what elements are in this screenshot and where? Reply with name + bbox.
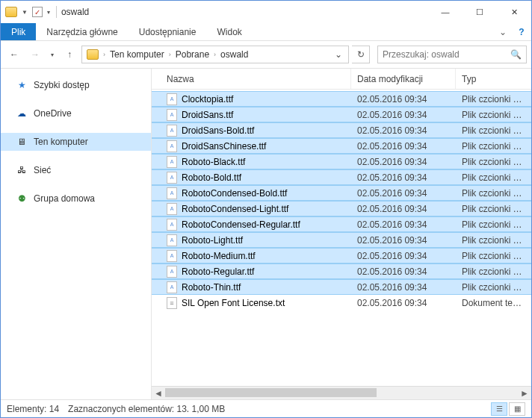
folder-icon[interactable] (5, 7, 17, 17)
status-bar: Elementy: 14 Zaznaczonych elementów: 13.… (1, 399, 531, 417)
tab-home[interactable]: Narzędzia główne (36, 23, 128, 40)
column-headers: Nazwa Data modyfikacji Typ (152, 69, 531, 90)
file-icon: A (167, 187, 177, 199)
file-date: 02.05.2016 09:34 (351, 157, 456, 167)
file-row[interactable]: SIL Open Font License.txt02.05.2016 09:3… (152, 295, 531, 311)
file-row[interactable]: ARobotoCondensed-Regular.ttf02.05.2016 0… (152, 216, 531, 232)
file-type: Plik czcionki True ... (456, 235, 531, 246)
scroll-left-icon[interactable]: ◄ (152, 387, 165, 399)
homegroup-icon: ⚉ (16, 193, 28, 205)
chevron-right-icon[interactable]: › (102, 51, 107, 58)
file-row[interactable]: ARoboto-Light.ttf02.05.2016 09:34Plik cz… (152, 232, 531, 248)
content-pane: Nazwa Data modyfikacji Typ AClocktopia.t… (152, 69, 531, 399)
tab-file[interactable]: Plik (1, 23, 36, 40)
sidebar-item-label: Grupa domowa (34, 193, 95, 204)
file-icon: A (167, 109, 177, 121)
file-date: 02.05.2016 09:34 (351, 94, 456, 104)
file-date: 02.05.2016 09:34 (351, 219, 456, 230)
view-large-button[interactable]: ▦ (509, 402, 525, 416)
file-type: Plik czcionki True ... (456, 219, 531, 230)
maximize-button[interactable]: ☐ (463, 1, 497, 23)
minimize-button[interactable]: — (428, 1, 463, 23)
tab-view[interactable]: Widok (206, 23, 252, 40)
file-row[interactable]: ARoboto-Bold.ttf02.05.2016 09:34Plik czc… (152, 169, 531, 185)
file-name: Roboto-Regular.ttf (182, 266, 254, 277)
file-row[interactable]: ARoboto-Thin.ttf02.05.2016 09:34Plik czc… (152, 279, 531, 295)
column-type[interactable]: Typ (456, 69, 531, 89)
back-button[interactable]: ← (5, 46, 23, 63)
divider (56, 6, 57, 18)
help-icon[interactable]: ? (512, 23, 531, 40)
close-button[interactable]: ✕ (497, 1, 531, 23)
chevron-right-icon[interactable]: › (212, 51, 217, 58)
file-row[interactable]: ARobotoCondensed-Light.ttf02.05.2016 09:… (152, 201, 531, 216)
file-date: 02.05.2016 09:34 (351, 298, 456, 308)
file-date: 02.05.2016 09:34 (351, 172, 456, 183)
qat-dropdown2-icon[interactable]: ▾ (46, 9, 52, 16)
file-icon: A (167, 93, 177, 105)
file-row[interactable]: ARoboto-Medium.ttf02.05.2016 09:34Plik c… (152, 248, 531, 263)
file-type: Plik czcionki True ... (456, 94, 531, 104)
crumb-current[interactable]: oswald (217, 46, 251, 63)
view-details-button[interactable]: ☰ (491, 402, 507, 416)
file-row[interactable]: ADroidSansChinese.ttf02.05.2016 09:34Pli… (152, 138, 531, 154)
file-row[interactable]: ARoboto-Black.ttf02.05.2016 09:34Plik cz… (152, 154, 531, 169)
search-box[interactable]: 🔍 (377, 46, 527, 63)
ribbon-expand-icon[interactable]: ⌄ (494, 23, 512, 40)
window-controls: — ☐ ✕ (428, 1, 531, 23)
sidebar-item-label: OneDrive (34, 108, 72, 119)
file-name: DroidSans-Bold.ttf (182, 125, 254, 136)
address-dropdown-icon[interactable]: ⌄ (330, 49, 347, 60)
file-icon: A (167, 266, 177, 278)
search-icon[interactable]: 🔍 (510, 49, 522, 60)
file-type: Plik czcionki True ... (456, 125, 531, 136)
file-row[interactable]: ARoboto-Regular.ttf02.05.2016 09:34Plik … (152, 263, 531, 279)
scroll-thumb[interactable] (165, 388, 377, 397)
sidebar-item-this-pc[interactable]: 🖥 Ten komputer (1, 133, 151, 151)
file-name: Roboto-Bold.ttf (182, 172, 241, 183)
file-date: 02.05.2016 09:34 (351, 110, 456, 120)
file-type: Plik czcionki True ... (456, 204, 531, 214)
sidebar-item-homegroup[interactable]: ⚉ Grupa domowa (1, 190, 151, 208)
network-icon: 🖧 (16, 164, 28, 176)
recent-dropdown-icon[interactable]: ▾ (47, 46, 58, 63)
sidebar-item-quick-access[interactable]: ★ Szybki dostęp (1, 76, 151, 94)
star-icon: ★ (16, 79, 28, 91)
address-bar[interactable]: › Ten komputer › Pobrane › oswald ⌄ (81, 46, 349, 63)
column-name[interactable]: Nazwa (161, 69, 351, 89)
file-icon: A (167, 219, 177, 231)
file-icon: A (167, 234, 177, 246)
main-area: ★ Szybki dostęp ☁ OneDrive 🖥 Ten kompute… (1, 68, 531, 399)
file-type: Plik czcionki True ... (456, 266, 531, 277)
column-date[interactable]: Data modyfikacji (351, 69, 456, 89)
sidebar-item-onedrive[interactable]: ☁ OneDrive (1, 104, 151, 122)
file-row[interactable]: ADroidSans.ttf02.05.2016 09:34Plik czcio… (152, 107, 531, 122)
scroll-right-icon[interactable]: ► (518, 387, 531, 399)
tab-share[interactable]: Udostępnianie (129, 23, 207, 40)
file-date: 02.05.2016 09:34 (351, 282, 456, 293)
sidebar-item-network[interactable]: 🖧 Sieć (1, 161, 151, 179)
properties-icon[interactable]: ✓ (32, 7, 43, 17)
file-type: Plik czcionki True ... (456, 188, 531, 199)
file-list[interactable]: AClocktopia.ttf02.05.2016 09:34Plik czci… (152, 90, 531, 386)
file-name: DroidSans.ttf (182, 110, 233, 120)
search-input[interactable] (383, 49, 510, 60)
file-name: RobotoCondensed-Bold.ttf (182, 188, 287, 199)
horizontal-scrollbar[interactable]: ◄ ► (152, 386, 531, 399)
chevron-right-icon[interactable]: › (167, 51, 173, 58)
forward-button[interactable]: → (26, 46, 44, 63)
crumb-computer[interactable]: Ten komputer (107, 46, 167, 63)
file-name: Clocktopia.ttf (182, 94, 233, 104)
file-row[interactable]: ARobotoCondensed-Bold.ttf02.05.2016 09:3… (152, 185, 531, 201)
qat-dropdown-icon[interactable]: ▼ (20, 9, 29, 16)
crumb-downloads[interactable]: Pobrane (173, 46, 212, 63)
file-date: 02.05.2016 09:34 (351, 188, 456, 199)
file-row[interactable]: AClocktopia.ttf02.05.2016 09:34Plik czci… (152, 91, 531, 107)
scroll-track[interactable] (165, 387, 518, 399)
up-button[interactable]: ↑ (61, 46, 78, 63)
file-row[interactable]: ADroidSans-Bold.ttf02.05.2016 09:34Plik … (152, 122, 531, 138)
file-type: Dokument tekstowy (456, 298, 531, 308)
file-type: Plik czcionki True ... (456, 282, 531, 293)
file-icon: A (167, 250, 177, 262)
refresh-button[interactable]: ↻ (352, 46, 370, 63)
